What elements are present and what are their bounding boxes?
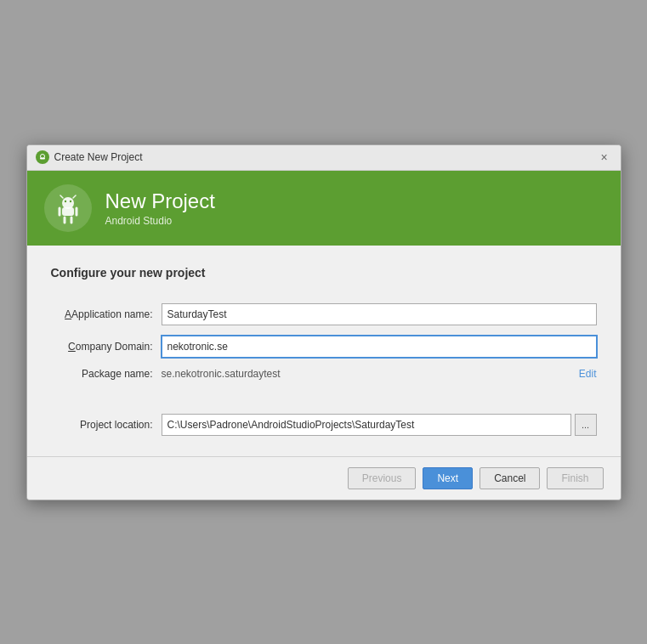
header-text: New Project Android Studio (105, 189, 215, 227)
title-bar-left: Create New Project (36, 150, 143, 164)
project-location-label: Project location: (51, 419, 162, 431)
package-name-group: Package name: se.nekotronic.saturdaytest… (51, 368, 597, 380)
title-bar: Create New Project × (27, 145, 621, 171)
close-button[interactable]: × (597, 150, 612, 165)
project-location-group: Project location: ... (51, 414, 597, 436)
section-title: Configure your new project (51, 266, 597, 280)
create-new-project-dialog: Create New Project × New Project A (26, 144, 621, 500)
package-name-value: se.nekotronic.saturdaytest (162, 368, 572, 380)
content-area: Configure your new project AApplication … (27, 246, 621, 456)
header-title: New Project (105, 189, 215, 213)
finish-button[interactable]: Finish (547, 467, 603, 489)
footer: Previous Next Cancel Finish (27, 456, 621, 500)
android-logo (44, 184, 92, 232)
svg-line-11 (73, 195, 76, 198)
package-name-label: Package name: (51, 368, 162, 380)
next-button[interactable]: Next (423, 467, 473, 489)
company-domain-input[interactable] (162, 336, 597, 358)
svg-point-8 (64, 200, 65, 201)
application-name-label: AApplication name: (51, 308, 162, 320)
header-subtitle: Android Studio (105, 215, 215, 227)
android-studio-icon (36, 150, 49, 164)
dialog-title: Create New Project (54, 151, 143, 163)
project-location-input[interactable] (162, 414, 571, 436)
svg-rect-1 (40, 158, 45, 160)
location-input-wrap: ... (162, 414, 597, 436)
svg-point-2 (62, 197, 74, 209)
browse-button[interactable]: ... (575, 414, 597, 436)
edit-package-link[interactable]: Edit (579, 368, 597, 380)
company-domain-group: Company Domain: (51, 336, 597, 358)
cancel-button[interactable]: Cancel (480, 467, 540, 489)
svg-rect-3 (62, 207, 74, 216)
svg-point-9 (69, 200, 71, 201)
company-domain-label: Company Domain: (51, 341, 162, 353)
header-banner: New Project Android Studio (27, 171, 621, 246)
previous-button[interactable]: Previous (348, 467, 417, 489)
svg-line-10 (60, 195, 63, 198)
application-name-input[interactable] (162, 303, 597, 325)
application-name-group: AApplication name: (51, 303, 597, 325)
